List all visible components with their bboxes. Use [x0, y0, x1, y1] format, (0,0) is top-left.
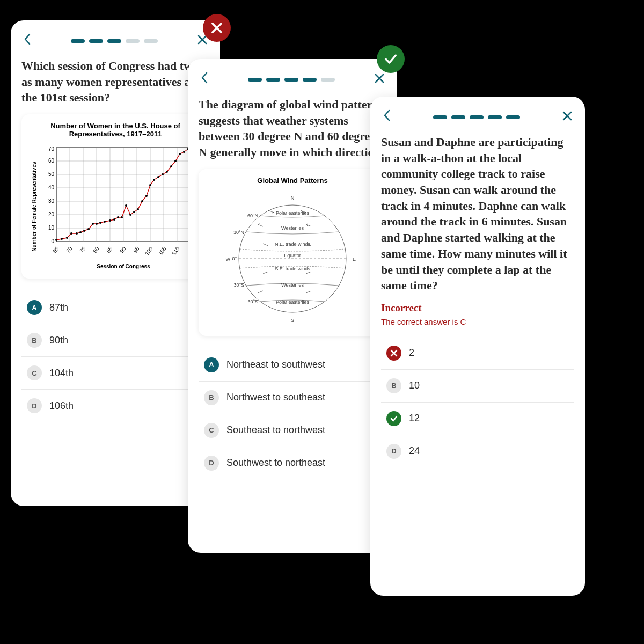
question-text: Which session of Congress had twice as m…: [21, 58, 209, 106]
svg-point-48: [117, 216, 119, 218]
answer-option-c[interactable]: 12: [381, 402, 574, 435]
svg-point-45: [104, 221, 106, 223]
chevron-left-icon: [383, 109, 391, 121]
answer-option-b[interactable]: B10: [381, 370, 574, 402]
svg-point-38: [76, 232, 78, 235]
svg-text:N.E. trade winds: N.E. trade winds: [275, 241, 311, 247]
answer-option-d[interactable]: D24: [381, 435, 574, 467]
x-icon: [209, 20, 224, 35]
answer-option-c[interactable]: CSoutheast to northwest: [199, 414, 386, 447]
answer-text: Northwest to southeast: [226, 392, 325, 403]
line-chart: Number of Female Representatives: [30, 142, 201, 271]
answer-list: A87th B90th C104th D106th: [21, 291, 209, 422]
answer-letter: A: [27, 300, 42, 315]
result-badge-wrong: [203, 14, 231, 42]
back-button[interactable]: [201, 72, 208, 87]
chevron-left-icon: [201, 72, 208, 84]
svg-point-36: [66, 237, 68, 239]
y-axis-label: Number of Female Representatives: [31, 162, 37, 252]
answer-option-b[interactable]: B90th: [21, 324, 209, 357]
progress-segment: [248, 78, 262, 82]
svg-text:110: 110: [171, 246, 181, 257]
progress-bar: [433, 115, 520, 119]
answer-option-a[interactable]: A87th: [21, 291, 209, 324]
answer-letter: D: [27, 398, 42, 413]
svg-text:105: 105: [157, 246, 167, 257]
svg-text:60: 60: [48, 158, 55, 164]
progress-segment: [144, 39, 158, 43]
progress-segment: [266, 78, 280, 82]
question-text: The diagram of global wind patterns sugg…: [199, 97, 386, 160]
svg-point-40: [83, 230, 85, 232]
svg-point-47: [113, 218, 115, 221]
answer-letter: D: [386, 444, 401, 459]
svg-text:90: 90: [119, 246, 127, 254]
answer-text: 10: [409, 380, 420, 391]
svg-text:Polar easterlies: Polar easterlies: [276, 299, 310, 305]
svg-point-34: [55, 239, 57, 241]
close-button[interactable]: [562, 110, 572, 124]
answer-letter: C: [27, 365, 42, 380]
svg-text:30°N: 30°N: [233, 230, 244, 235]
svg-text:0: 0: [51, 238, 54, 244]
svg-point-42: [92, 223, 94, 225]
answer-letter: B: [27, 333, 42, 348]
quiz-card-2: The diagram of global wind patterns sugg…: [188, 59, 397, 553]
diagram-card: Global Wind Patterns: [199, 169, 386, 336]
chart-card: Number of Women in the U.S. House of Rep…: [21, 114, 209, 279]
svg-text:S.E. trade winds: S.E. trade winds: [275, 266, 310, 272]
progress-segment: [126, 39, 140, 43]
progress-segment: [488, 115, 502, 119]
progress-segment: [89, 39, 103, 43]
top-bar: [21, 33, 209, 48]
answer-option-c[interactable]: C104th: [21, 357, 209, 390]
svg-text:100: 100: [144, 246, 154, 257]
svg-text:95: 95: [132, 246, 141, 254]
answer-text: Southwest to northeast: [226, 457, 325, 469]
svg-point-44: [99, 222, 101, 224]
answer-option-d[interactable]: DSouthwest to northeast: [199, 447, 386, 479]
svg-point-55: [145, 195, 148, 197]
svg-point-49: [121, 216, 123, 218]
back-button[interactable]: [24, 33, 31, 48]
svg-point-60: [166, 171, 168, 173]
close-icon: [562, 111, 572, 121]
svg-text:Westerlies: Westerlies: [281, 282, 304, 288]
svg-point-35: [61, 238, 63, 240]
svg-point-64: [183, 151, 185, 153]
answer-list: ANortheast to southwest BNorthwest to so…: [199, 349, 386, 479]
check-icon: [383, 52, 398, 67]
answer-option-b[interactable]: BNorthwest to southeast: [199, 382, 386, 414]
result-badge-correct: [377, 45, 405, 73]
progress-bar: [71, 39, 158, 43]
answer-text: 106th: [49, 400, 74, 412]
svg-text:50: 50: [48, 171, 55, 177]
svg-text:S: S: [291, 318, 294, 323]
svg-text:Westerlies: Westerlies: [281, 225, 304, 231]
answer-list: 2 B10 12 D24: [381, 337, 574, 467]
answer-option-a[interactable]: 2: [381, 337, 574, 370]
x-axis-label: Session of Congress: [97, 264, 150, 269]
svg-point-59: [162, 173, 164, 175]
answer-option-a[interactable]: ANortheast to southwest: [199, 349, 386, 382]
answer-letter: C: [204, 423, 219, 438]
answer-letter: B: [386, 378, 401, 393]
svg-point-37: [70, 232, 72, 235]
svg-point-52: [133, 211, 135, 213]
progress-bar: [248, 78, 335, 82]
answer-letter: D: [204, 456, 219, 471]
svg-text:0°: 0°: [232, 256, 237, 261]
feedback-label: Incorrect: [381, 302, 574, 314]
svg-point-46: [109, 219, 111, 222]
feedback-text: The correct answer is C: [381, 317, 574, 326]
answer-text: 2: [409, 347, 414, 358]
close-button[interactable]: [375, 72, 384, 86]
progress-segment: [107, 39, 121, 43]
svg-point-62: [174, 160, 177, 162]
answer-letter: B: [204, 390, 219, 405]
chevron-left-icon: [24, 33, 31, 45]
svg-point-61: [170, 165, 172, 167]
answer-option-d[interactable]: D106th: [21, 390, 209, 422]
back-button[interactable]: [383, 109, 391, 125]
top-bar: [381, 109, 574, 125]
